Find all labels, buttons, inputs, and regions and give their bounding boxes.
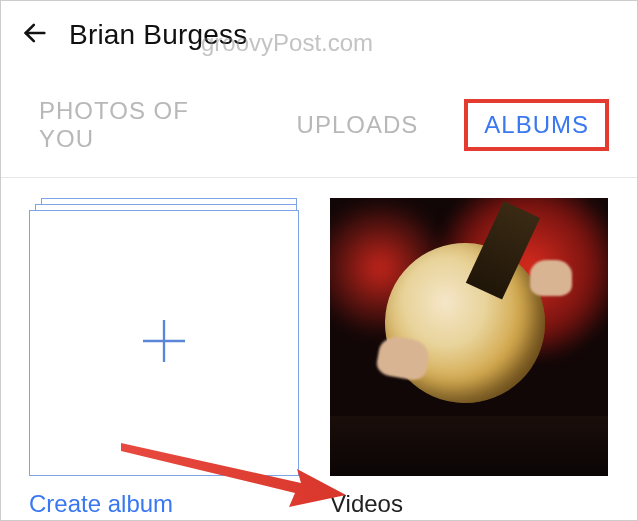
header: Brian Burgess — [1, 1, 637, 65]
tab-uploads[interactable]: UPLOADS — [287, 105, 429, 145]
create-album-label[interactable]: Create album — [29, 490, 308, 518]
page-title: Brian Burgess — [69, 19, 247, 51]
videos-album-thumb[interactable] — [330, 198, 608, 476]
create-album-card[interactable]: Create album — [29, 198, 308, 518]
tabs: PHOTOS OF YOU UPLOADS ALBUMS — [1, 65, 637, 178]
back-arrow-icon[interactable] — [21, 19, 49, 51]
create-album-thumb[interactable] — [29, 198, 304, 476]
videos-album-label[interactable]: Videos — [330, 490, 609, 518]
tab-photos-of-you[interactable]: PHOTOS OF YOU — [29, 91, 251, 159]
videos-album-card[interactable]: Videos — [330, 198, 609, 518]
plus-icon — [136, 313, 192, 373]
albums-grid: Create album Videos — [1, 178, 637, 521]
tab-albums[interactable]: ALBUMS — [464, 99, 609, 151]
